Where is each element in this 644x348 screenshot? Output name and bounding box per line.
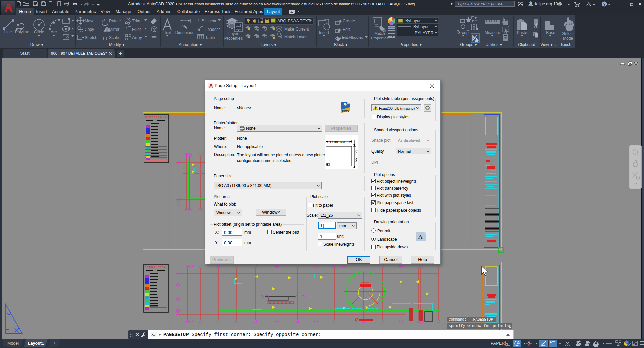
svg-text:felipe.arq.10@...: felipe.arq.10@... (535, 2, 566, 6)
svg-text:841 MM: 841 MM (354, 150, 358, 162)
svg-text:?: ? (603, 2, 606, 7)
svg-text:A: A (418, 234, 423, 240)
svg-text:SIMBOLOGIA: SIMBOLOGIA (145, 266, 166, 269)
svg-text:SIMBOLOGIA: SIMBOLOGIA (145, 116, 166, 119)
svg-text:DWG: DWG (342, 110, 349, 113)
svg-text:1189 MM: 1189 MM (329, 140, 345, 144)
